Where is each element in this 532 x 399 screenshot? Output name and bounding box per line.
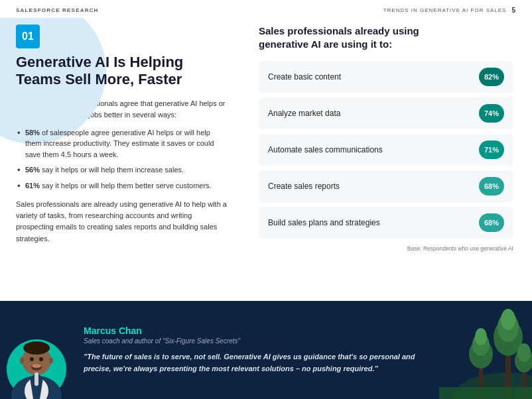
svg-rect-24 [439,387,532,399]
quote-text: "The future of sales is to serve, not se… [84,351,423,374]
bar-label-0: Create basic content [268,72,479,82]
svg-point-9 [39,357,43,361]
header-right: TRENDS IN GENERATIVE AI FOR SALES 5 [383,7,516,14]
bar-badge-3: 68% [479,177,504,196]
svg-point-8 [30,357,34,361]
avatar-area [0,301,73,399]
right-panel: Sales professionals already using genera… [245,18,532,301]
bar-item-2: Automate sales communications 71% [259,134,513,166]
bar-badge-2: 71% [479,141,504,159]
right-title: Sales professionals already using genera… [259,25,513,50]
svg-point-7 [32,364,41,368]
bottom-section: Marcus Chan Sales coach and author of "S… [0,301,532,399]
left-panel: 01 Generative AI Is Helping Teams Sell M… [0,18,245,301]
main-title: Generative AI Is Helping Teams Sell More… [16,54,227,89]
bullet-list: 58% of salespeople agree generative AI h… [16,127,227,192]
bar-item-1: Analyze market data 74% [259,97,513,129]
bullet-item-1: 58% of salespeople agree generative AI h… [16,127,227,160]
trees-decoration [439,301,532,399]
bar-item-4: Build sales plans and strategies 68% [259,207,513,239]
source-note: Base: Respondents who use generative AI [259,245,513,252]
svg-point-3 [23,341,50,355]
avatar-person [7,326,66,399]
svg-rect-5 [34,372,38,386]
page-number: 5 [511,7,516,14]
bullet-3-text: say it helps or will help them better se… [40,182,212,190]
bullet-3-highlight: 61% [25,182,40,190]
section-number: 01 [16,25,40,48]
bar-badge-4: 68% [479,213,504,232]
svg-point-16 [501,309,515,330]
bar-list: Create basic content 82% Analyze market … [259,61,513,239]
quote-title: Sales coach and author of "Six-Figure Sa… [84,337,423,345]
bar-label-2: Automate sales communications [268,145,479,154]
bar-label-3: Create sales reports [268,182,479,191]
top-bar: SALESFORCE RESEARCH TRENDS IN GENERATIVE… [0,0,532,18]
quote-name: Marcus Chan [84,325,423,336]
bullet-2-text: say it helps or will help them increase … [40,166,184,174]
svg-point-23 [517,343,531,362]
bar-label-4: Build sales plans and strategies [268,218,479,227]
bar-item-3: Create sales reports 68% [259,170,513,202]
main-content: 01 Generative AI Is Helping Teams Sell M… [0,18,532,301]
svg-point-10 [20,357,24,364]
svg-point-20 [475,328,487,345]
svg-point-11 [49,357,53,364]
page: SALESFORCE RESEARCH TRENDS IN GENERATIVE… [0,0,532,399]
bullet-1-highlight: 58% [25,129,40,137]
quote-content: Marcus Chan Sales coach and author of "S… [73,301,439,399]
section-label: TRENDS IN GENERATIVE AI FOR SALES [383,7,507,13]
bullet-2-highlight: 56% [25,166,40,174]
brand-label: SALESFORCE RESEARCH [16,7,99,13]
bullet-item-3: 61% say it helps or will help them bette… [16,180,227,192]
bar-item-0: Create basic content 82% [259,61,513,93]
bar-label-1: Analyze market data [268,109,479,118]
bar-badge-1: 74% [479,104,504,123]
bullet-item-2: 56% say it helps or will help them incre… [16,164,227,176]
closing-text: Sales professionals are already using ge… [16,199,227,244]
bar-badge-0: 82% [479,68,504,86]
bullet-1-text: of salespeople agree generative AI helps… [25,129,214,158]
